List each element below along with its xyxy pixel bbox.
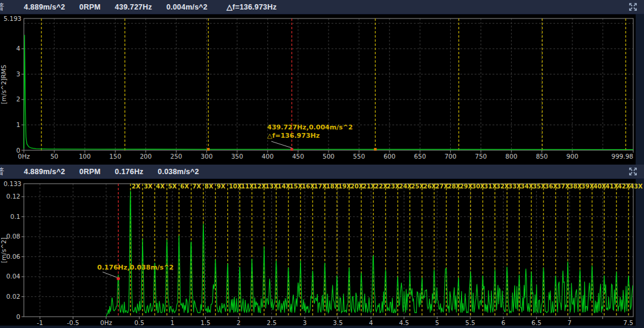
svg-text:31X: 31X	[484, 183, 497, 190]
expand-button-top[interactable]	[626, 2, 639, 13]
svg-text:34X: 34X	[521, 183, 534, 190]
svg-text:0.133: 0.133	[4, 180, 21, 187]
svg-text:900: 900	[566, 153, 578, 160]
svg-text:13X: 13X	[265, 183, 278, 190]
svg-text:-1: -1	[37, 319, 43, 326]
svg-text:350: 350	[231, 153, 243, 160]
svg-text:200: 200	[140, 153, 151, 160]
svg-text:30X: 30X	[472, 183, 485, 190]
svg-text:38X: 38X	[569, 183, 582, 190]
readout-cursor-frequency: 0.176Hz	[115, 168, 144, 176]
svg-text:6.5: 6.5	[531, 319, 541, 326]
readout-cursor-amplitude: 0.038m/s^2	[158, 168, 199, 176]
svg-text:8X: 8X	[205, 183, 213, 190]
svg-text:32X: 32X	[496, 183, 509, 190]
svg-text:1.5: 1.5	[200, 319, 210, 326]
svg-text:850: 850	[536, 153, 548, 160]
svg-text:750: 750	[475, 153, 487, 160]
svg-text:5X: 5X	[168, 183, 177, 190]
svg-text:9X: 9X	[216, 183, 225, 190]
svg-text:27X: 27X	[435, 183, 448, 190]
svg-text:[m/s^2]: [m/s^2]	[0, 237, 7, 263]
svg-text:3.5: 3.5	[333, 319, 343, 326]
svg-text:700: 700	[444, 153, 456, 160]
svg-text:0Hz: 0Hz	[100, 319, 113, 326]
svg-text:2.5: 2.5	[267, 319, 277, 326]
readout-delta-f: △f=136.973Hz	[227, 2, 277, 11]
svg-text:0.176Hz,0.038m/s^2: 0.176Hz,0.038m/s^2	[97, 264, 174, 271]
chart-canvas[interactable]: 0Hz5010015020025030035040045050055060065…	[0, 14, 644, 165]
svg-text:15X: 15X	[290, 183, 303, 190]
bottom-panel-header: 普 4.889m/s^2 0RPM 0.176Hz 0.038m/s^2	[0, 165, 644, 179]
svg-text:17X: 17X	[314, 183, 327, 190]
svg-text:3X: 3X	[144, 183, 153, 190]
svg-text:-0.5: -0.5	[67, 319, 79, 326]
svg-text:4X: 4X	[156, 183, 165, 190]
svg-text:400: 400	[262, 153, 274, 160]
svg-text:800: 800	[506, 153, 518, 160]
spectrum-chart-full[interactable]: 0Hz5010015020025030035040045050055060065…	[0, 14, 644, 165]
svg-text:250: 250	[170, 153, 182, 160]
svg-text:7: 7	[568, 319, 572, 326]
svg-text:0: 0	[16, 313, 20, 320]
svg-text:△f=136.973Hz: △f=136.973Hz	[267, 132, 320, 140]
svg-text:16X: 16X	[302, 183, 315, 190]
svg-text:0Hz: 0Hz	[18, 153, 30, 160]
svg-text:0.04: 0.04	[7, 273, 21, 280]
svg-text:600: 600	[383, 153, 395, 160]
svg-text:39X: 39X	[581, 183, 595, 190]
chart-canvas[interactable]: -1-0.50Hz0.511.522.533.544.555.566.577.5…	[0, 179, 644, 328]
svg-text:650: 650	[414, 153, 426, 160]
spectrum-chart-harmonics[interactable]: -1-0.50Hz0.511.522.533.544.555.566.577.5…	[0, 179, 644, 328]
svg-text:37X: 37X	[557, 183, 570, 190]
svg-text:18X: 18X	[326, 183, 339, 190]
svg-text:6: 6	[501, 319, 506, 326]
expand-icon	[628, 2, 638, 12]
svg-text:0.5: 0.5	[134, 319, 144, 326]
svg-text:500: 500	[323, 153, 335, 160]
svg-text:36X: 36X	[544, 183, 558, 190]
svg-text:22X: 22X	[374, 183, 388, 190]
svg-text:[m/s^2]RMS: [m/s^2]RMS	[0, 64, 7, 104]
top-panel-header: 普 4.889m/s^2 0RPM 439.727Hz 0.004m/s^2 △…	[0, 0, 644, 14]
svg-text:20X: 20X	[350, 183, 363, 190]
svg-text:0.12: 0.12	[7, 193, 20, 200]
cursor-marker	[117, 277, 120, 280]
svg-text:439.727Hz,0.004m/s^2: 439.727Hz,0.004m/s^2	[267, 123, 353, 131]
svg-text:5.5: 5.5	[465, 319, 475, 326]
readout-rpm: 0RPM	[79, 3, 101, 11]
svg-text:4.5: 4.5	[399, 319, 409, 326]
expand-button-bottom[interactable]	[626, 166, 639, 177]
svg-text:0.02: 0.02	[7, 293, 20, 300]
svg-text:41X: 41X	[605, 183, 618, 190]
svg-text:450: 450	[292, 153, 304, 160]
svg-text:12X: 12X	[253, 183, 266, 190]
svg-text:7.5: 7.5	[623, 319, 633, 326]
readout-overall-rms: 4.889m/s^2	[24, 3, 65, 11]
expand-icon	[628, 166, 638, 177]
readout-overall-rms: 4.889m/s^2	[24, 168, 65, 176]
svg-text:150: 150	[109, 153, 121, 160]
svg-text:23X: 23X	[387, 183, 400, 190]
spectrum-type-icon: 普	[0, 2, 7, 13]
svg-text:1: 1	[16, 121, 20, 128]
svg-text:0.1: 0.1	[10, 213, 20, 220]
svg-text:50: 50	[50, 153, 58, 160]
svg-text:3: 3	[303, 319, 307, 326]
harmonic-labels: 2X3X4X5X6X7X8X9X10X11X12X13X14X15X16X17X…	[132, 183, 643, 190]
svg-text:4: 4	[369, 319, 373, 326]
readout-cursor-frequency: 439.727Hz	[115, 3, 152, 11]
svg-text:4: 4	[16, 45, 20, 52]
svg-text:29X: 29X	[460, 183, 473, 190]
svg-text:21X: 21X	[363, 183, 376, 190]
svg-text:43X: 43X	[630, 183, 643, 190]
svg-text:999.98: 999.98	[611, 153, 633, 160]
svg-text:300: 300	[201, 153, 213, 160]
svg-text:0.06: 0.06	[7, 253, 21, 260]
readout-cursor-amplitude: 0.004m/s^2	[166, 3, 208, 11]
svg-text:42X: 42X	[618, 183, 631, 190]
svg-text:0: 0	[16, 147, 20, 154]
svg-text:14X: 14X	[277, 183, 290, 190]
svg-text:1: 1	[171, 319, 175, 326]
svg-text:5: 5	[435, 319, 439, 326]
